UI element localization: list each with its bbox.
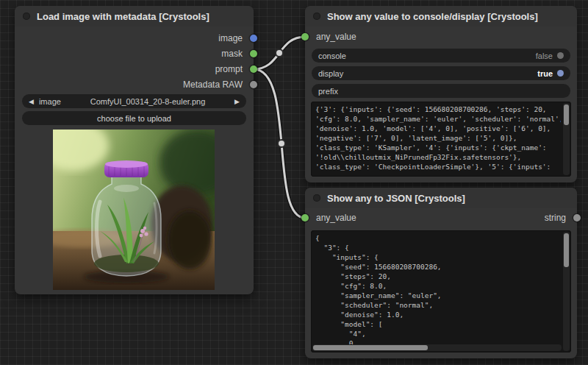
output-label-mask: mask: [221, 49, 243, 59]
image-preview: [53, 130, 215, 290]
input-port-any-value[interactable]: [301, 33, 309, 40]
node-title: Load image with metadata [Crystools]: [37, 11, 209, 22]
console-output-text: {'3': {'inputs': {'seed': 15668020870028…: [315, 104, 561, 174]
node-header[interactable]: Show any to JSON [Crystools]: [305, 188, 577, 208]
console-toggle-label: console: [318, 52, 346, 60]
link-midpoint-dot: [276, 49, 283, 57]
output-label-metadata-raw: Metadata RAW: [183, 79, 243, 90]
choose-file-button[interactable]: choose file to upload: [22, 111, 246, 125]
vertical-scrollbar[interactable]: [563, 232, 570, 351]
link-midpoint-dot: [278, 140, 285, 147]
output-port-metadata-raw[interactable]: [250, 81, 257, 88]
vertical-scrollbar[interactable]: [563, 103, 570, 175]
combo-prev-icon[interactable]: ◀: [29, 98, 34, 105]
node-header[interactable]: Load image with metadata [Crystools]: [15, 6, 254, 26]
json-output-textarea[interactable]: { "3": { "inputs": { "seed": 15668020870…: [311, 230, 571, 352]
prefix-input-label: prefix: [318, 87, 338, 96]
console-toggle-value: false: [536, 52, 553, 60]
combo-selected-value: ComfyUI_00314_20-8-euler.png: [61, 97, 234, 106]
node-title: Show any to JSON [Crystools]: [327, 193, 465, 204]
horizontal-scrollbar[interactable]: [312, 344, 562, 351]
json-output-text: { "3": { "inputs": { "seed": 15668020870…: [315, 233, 561, 350]
output-port-image[interactable]: [250, 35, 257, 42]
node-graph-canvas[interactable]: Load image with metadata [Crystools] ima…: [0, 0, 588, 365]
node-show-any-value-console[interactable]: Show any value to console/display [Cryst…: [305, 6, 577, 182]
scrollbar-thumb[interactable]: [564, 104, 569, 125]
toggle-off-icon[interactable]: [557, 52, 564, 59]
input-label-any-value: any_value: [316, 213, 356, 223]
node-title: Show any value to console/display [Cryst…: [327, 11, 538, 22]
output-label-prompt: prompt: [215, 64, 243, 74]
toggle-on-icon[interactable]: [557, 70, 564, 77]
node-show-any-to-json[interactable]: Show any to JSON [Crystools] any_value s…: [305, 188, 577, 358]
output-label-string: string: [545, 213, 566, 223]
console-toggle-widget[interactable]: console false: [312, 49, 570, 63]
output-port-string[interactable]: [573, 214, 581, 222]
output-port-prompt[interactable]: [250, 65, 257, 73]
collapse-dot-icon[interactable]: [313, 13, 320, 20]
scrollbar-thumb[interactable]: [564, 233, 569, 267]
collapse-dot-icon[interactable]: [313, 194, 320, 202]
output-label-image: image: [218, 33, 243, 43]
display-toggle-label: display: [318, 69, 343, 78]
display-toggle-widget[interactable]: display true: [312, 66, 570, 80]
collapse-dot-icon[interactable]: [23, 13, 30, 20]
prefix-input[interactable]: prefix: [312, 84, 570, 98]
combo-label: image: [39, 97, 61, 106]
input-port-any-value[interactable]: [301, 214, 309, 222]
scrollbar-thumb[interactable]: [313, 345, 428, 350]
node-header[interactable]: Show any value to console/display [Cryst…: [305, 6, 577, 26]
image-file-combo-widget[interactable]: ◀ image ComfyUI_00314_20-8-euler.png ▶: [22, 94, 246, 108]
display-toggle-value: true: [537, 69, 553, 78]
console-output-textarea[interactable]: {'3': {'inputs': {'seed': 15668020870028…: [311, 102, 571, 177]
input-label-any-value: any_value: [316, 32, 356, 42]
combo-next-icon[interactable]: ▶: [234, 98, 240, 105]
output-port-mask[interactable]: [250, 50, 257, 57]
node-load-image-with-metadata[interactable]: Load image with metadata [Crystools] ima…: [15, 6, 254, 294]
